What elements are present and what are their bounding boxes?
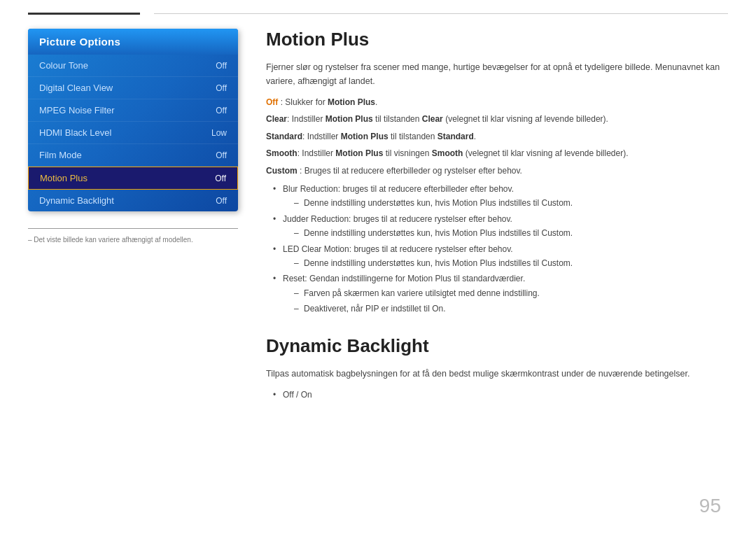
reset-subs: Farven på skærmen kan variere utilsigtet… [294,286,728,316]
menu-item-label: Colour Tone [39,60,88,71]
smooth-label: Smooth [266,148,298,158]
menu-item-label: Motion Plus [40,173,88,183]
judder-sub-1: Denne indstilling understøttes kun, hvis… [294,226,728,240]
clear-label: Clear [266,114,287,124]
menu-item-value: Off [216,150,227,160]
top-bar-line-left [28,13,140,15]
menu-item-dynamic-backlight[interactable]: Dynamic Backlight Off [28,190,238,211]
motion-plus-custom-line: Custom : Bruges til at reducere efterbil… [266,164,728,178]
dynamic-backlight-section: Dynamic Backlight Tilpas automatisk bagb… [266,335,728,402]
reset-label: Reset [283,274,304,283]
off-on-bullet: Off / On [273,388,728,402]
led-clear-subs: Denne indstilling understøttes kun, hvis… [294,256,728,270]
reset-sub-2: Deaktiveret, når PIP er indstillet til O… [294,302,728,316]
motion-plus-title: Motion Plus [266,29,728,50]
menu-item-value: Off [216,83,227,93]
menu-item-label: MPEG Noise Filter [39,105,115,115]
led-clear-motion-label: LED Clear Motion [283,244,349,254]
motion-plus-ref4: Motion Plus [335,148,383,158]
motion-plus-clear-line: Clear: Indstiller Motion Plus til tilsta… [266,112,728,126]
top-bar [0,0,756,15]
motion-plus-standard-line: Standard: Indstiller Motion Plus til til… [266,129,728,143]
motion-plus-smooth-line: Smooth: Indstiller Motion Plus til visni… [266,146,728,160]
menu-item-motion-plus[interactable]: Motion Plus Off [28,167,238,190]
off-label: Off [266,97,278,107]
menu-item-label: Film Mode [39,150,82,160]
led-sub-1: Denne indstilling understøttes kun, hvis… [294,256,728,270]
right-panel: Motion Plus Fjerner slør og rystelser fr… [266,29,728,404]
custom-label: Custom [266,166,298,176]
bullet-blur-reduction: Blur Reduction: bruges til at reducere e… [273,182,728,211]
footnote-area: – Det viste billede kan variere afhængig… [28,228,238,244]
top-bar-line-right [154,13,728,14]
motion-plus-description: Fjerner slør og rystelser fra scener med… [266,60,728,88]
menu-title: Picture Options [28,29,238,55]
pip-label: PIP [365,304,379,314]
menu-item-film-mode[interactable]: Film Mode Off [28,144,238,167]
motion-plus-orange3: Motion Plus [452,258,496,268]
smooth-ref: Smooth [432,148,463,158]
motion-plus-ref3: Motion Plus [341,132,388,141]
menu-item-value: Off [216,61,227,71]
off-on-label: Off / On [283,390,312,400]
menu-item-digital-clean-view[interactable]: Digital Clean View Off [28,77,238,99]
menu-item-mpeg-noise[interactable]: MPEG Noise Filter Off [28,99,238,122]
page-number: 95 [699,495,721,517]
motion-plus-orange1: Motion Plus [452,198,496,208]
judder-reduction-subs: Denne indstilling understøttes kun, hvis… [294,226,728,240]
menu-item-label: Digital Clean View [39,83,113,93]
menu-item-value: Low [211,128,227,138]
dynamic-backlight-description: Tilpas automatisk bagbelysningen for at … [266,367,728,381]
on-label: On [432,304,443,314]
left-panel: Picture Options Colour Tone Off Digital … [28,29,238,404]
judder-reduction-label: Judder Reduction [283,214,349,224]
bullet-led-clear-motion: LED Clear Motion: bruges til at reducere… [273,242,728,271]
menu-item-colour-tone[interactable]: Colour Tone Off [28,55,238,77]
standard-ref: Standard [438,132,474,141]
custom-ref3: Custom [542,258,570,268]
blur-reduction-label: Blur Reduction [283,184,338,194]
bullet-reset: Reset: Gendan indstillingerne for Motion… [273,272,728,316]
dynamic-backlight-bullets: Off / On [273,388,728,402]
menu-item-hdmi-black-level[interactable]: HDMI Black Level Low [28,122,238,144]
bullet-judder-reduction: Judder Reduction: bruges til at reducere… [273,212,728,241]
clear-ref: Clear [422,114,443,124]
custom-ref2: Custom [542,228,570,238]
motion-plus-orange2: Motion Plus [452,228,496,238]
menu-item-label: Dynamic Backlight [39,195,114,206]
custom-ref1: Custom [542,198,570,208]
dynamic-backlight-title: Dynamic Backlight [266,335,728,357]
blur-reduction-subs: Denne indstilling understøttes kun, hvis… [294,196,728,210]
motion-plus-off-line: Off : Slukker for Motion Plus. [266,95,728,109]
motion-plus-bullets: Blur Reduction: bruges til at reducere e… [273,182,728,316]
motion-plus-ref: Motion Plus [328,97,375,107]
menu-item-value: Off [216,106,227,115]
motion-plus-ref2: Motion Plus [326,114,373,124]
standard-label: Standard [266,132,302,141]
menu-item-label: HDMI Black Level [39,127,111,138]
picture-options-menu: Picture Options Colour Tone Off Digital … [28,29,238,211]
menu-item-value: Off [215,174,226,183]
reset-sub-1: Farven på skærmen kan variere utilsigtet… [294,286,728,300]
blur-sub-1: Denne indstilling understøttes kun, hvis… [294,196,728,210]
motion-plus-ref5: Motion Plus [407,274,451,283]
footnote-text: – Det viste billede kan variere afhængig… [28,236,238,244]
menu-item-value: Off [216,196,227,206]
